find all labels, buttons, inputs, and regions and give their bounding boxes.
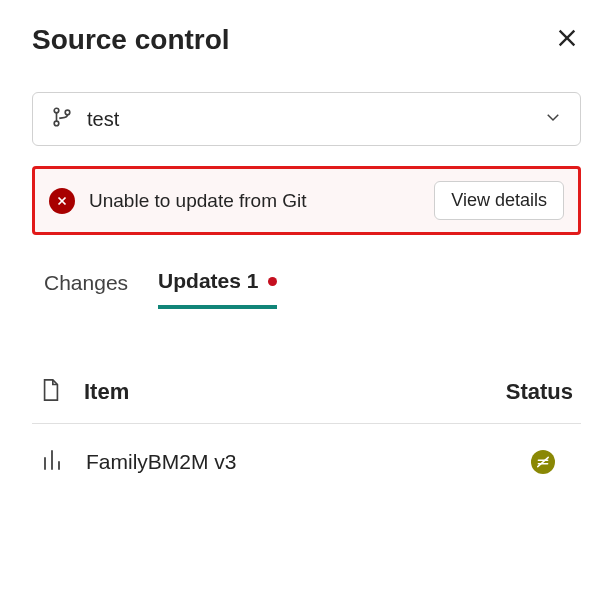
svg-point-4 <box>65 110 70 115</box>
error-icon <box>49 188 75 214</box>
tabs: Changes Updates 1 <box>32 263 581 309</box>
conflict-status-icon <box>531 450 555 474</box>
branch-selector[interactable]: test <box>32 92 581 146</box>
update-indicator-dot <box>268 277 277 286</box>
table-row[interactable]: FamilyBM2M v3 <box>32 424 581 500</box>
branch-icon <box>51 106 73 132</box>
alert-message: Unable to update from Git <box>89 190 420 212</box>
branch-value: test <box>87 108 530 131</box>
column-status: Status <box>506 379 573 405</box>
tab-updates[interactable]: Updates 1 <box>158 263 277 309</box>
svg-point-3 <box>54 121 59 126</box>
model-icon <box>40 448 64 476</box>
view-details-button[interactable]: View details <box>434 181 564 220</box>
chevron-down-icon <box>544 108 562 130</box>
close-button[interactable] <box>553 26 581 54</box>
svg-point-2 <box>54 108 59 113</box>
tab-updates-label: Updates 1 <box>158 269 258 293</box>
page-title: Source control <box>32 24 230 56</box>
item-name: FamilyBM2M v3 <box>86 450 509 474</box>
table-header: Item Status <box>32 369 581 424</box>
close-icon <box>556 27 578 53</box>
tab-changes-label: Changes <box>44 271 128 295</box>
svg-line-12 <box>538 457 549 466</box>
error-alert: Unable to update from Git View details <box>32 166 581 235</box>
tab-changes[interactable]: Changes <box>44 263 128 309</box>
file-icon <box>40 377 62 407</box>
column-item: Item <box>84 379 484 405</box>
